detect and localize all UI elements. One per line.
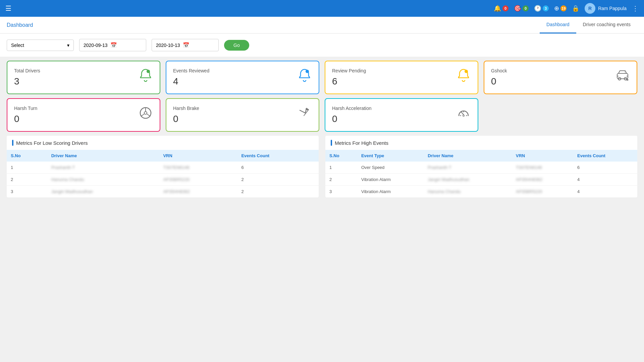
clock-btn[interactable]: 🕐 3 bbox=[534, 5, 549, 12]
alert-bell-btn[interactable]: 🔔 0 bbox=[494, 5, 508, 12]
metrics-low-container: Metrics For Low Scoring Drivers S.No Dri… bbox=[7, 136, 319, 197]
col-sno: S.No bbox=[7, 150, 47, 162]
col-vrn: VRN bbox=[159, 150, 237, 162]
cell-event: Vibration Alarm bbox=[357, 186, 424, 198]
page-title: Dashboard bbox=[7, 22, 33, 28]
metrics-low-title: Metrics For Low Scoring Drivers bbox=[7, 136, 319, 150]
title-bar bbox=[12, 140, 13, 146]
card-label: Review Pending bbox=[332, 68, 366, 73]
steering-icon bbox=[138, 106, 153, 123]
cell-sno: 3 bbox=[7, 186, 47, 198]
svg-point-7 bbox=[144, 112, 147, 114]
date-to-value: 2020-10-13 bbox=[156, 43, 180, 48]
select-label: Select bbox=[11, 43, 24, 48]
card-harsh-turn: Harsh Turn 0 bbox=[7, 98, 160, 132]
target-btn[interactable]: 🎯 0 bbox=[514, 5, 529, 12]
col-driver-name: Driver Name bbox=[424, 150, 512, 162]
cards-row-1: Total Drivers 3 Events Reviewed 4 bbox=[7, 61, 637, 94]
user-info: R Ram Pappula bbox=[585, 3, 627, 14]
card-content: Review Pending 6 bbox=[332, 68, 366, 87]
header: ☰ 🔔 0 🎯 0 🕐 3 ⊕ 19 🔒 R Ram Pappula ⋮ bbox=[0, 0, 644, 17]
plus-icon: ⊕ bbox=[554, 5, 559, 12]
card-value: 0 bbox=[173, 114, 199, 124]
tab-dashboard[interactable]: Dashboard bbox=[540, 17, 576, 34]
plus-count-badge: 19 bbox=[560, 5, 567, 11]
tab-driver-coaching[interactable]: Driver coaching events bbox=[576, 17, 637, 34]
cell-sno: 1 bbox=[7, 162, 47, 174]
cell-sno: 1 bbox=[325, 162, 357, 174]
card-events-reviewed: Events Reviewed 4 bbox=[166, 61, 319, 94]
menu-icon[interactable]: ☰ bbox=[5, 4, 11, 12]
cell-sno: 3 bbox=[325, 186, 357, 198]
card-value: 4 bbox=[173, 76, 209, 87]
title-bar bbox=[331, 140, 332, 146]
date-to-input[interactable]: 2020-10-13 📅 bbox=[152, 39, 219, 51]
card-label: Harsh Acceleration bbox=[332, 106, 372, 111]
table-row: 3 Jangiri Madhusudhan AP35HH8362 2 bbox=[7, 186, 319, 198]
table-row: 1 Over Speed Prashanth T TS07EN6148 6 bbox=[325, 162, 637, 174]
col-event-type: Event Type bbox=[357, 150, 424, 162]
calendar-from-icon[interactable]: 📅 bbox=[110, 42, 117, 48]
table-row: 2 Vibration Alarm Jangiri Madhusudhan AP… bbox=[325, 174, 637, 186]
card-label: Harsh Brake bbox=[173, 106, 199, 111]
svg-line-9 bbox=[141, 114, 144, 116]
date-from-value: 2020-09-13 bbox=[84, 43, 108, 48]
card-label: Events Reviewed bbox=[173, 68, 209, 73]
avatar: R bbox=[585, 3, 595, 14]
plus-btn[interactable]: ⊕ 19 bbox=[554, 5, 567, 12]
card-content: Harsh Brake 0 bbox=[173, 106, 199, 124]
card-value: 6 bbox=[332, 76, 366, 87]
metrics-high-table: S.No Event Type Driver Name VRN Events C… bbox=[325, 150, 637, 197]
more-icon[interactable]: ⋮ bbox=[632, 4, 639, 12]
bell-blue-icon bbox=[297, 68, 312, 86]
date-from-input[interactable]: 2020-09-13 📅 bbox=[79, 39, 146, 51]
table-row: 1 Prashanth T TS07EN6148 6 bbox=[7, 162, 319, 174]
card-label: Gshock bbox=[491, 68, 507, 73]
nav-tabs: Dashboard Driver coaching events bbox=[540, 17, 637, 34]
target-count-badge: 0 bbox=[523, 5, 529, 11]
cell-count: 4 bbox=[573, 174, 637, 186]
header-right: 🔔 0 🎯 0 🕐 3 ⊕ 19 🔒 R Ram Pappula ⋮ bbox=[494, 3, 639, 14]
col-driver-name: Driver Name bbox=[47, 150, 159, 162]
table-body: 1 Over Speed Prashanth T TS07EN6148 6 2 … bbox=[325, 162, 637, 197]
lock-icon[interactable]: 🔒 bbox=[572, 5, 579, 12]
table-head: S.No Event Type Driver Name VRN Events C… bbox=[325, 150, 637, 162]
svg-point-14 bbox=[463, 115, 464, 116]
table-row: 3 Vibration Alarm Hanuma Chandu AP35BR52… bbox=[325, 186, 637, 198]
card-review-pending: Review Pending 6 bbox=[325, 61, 478, 94]
car-icon bbox=[615, 68, 630, 86]
cell-count: 6 bbox=[237, 162, 319, 174]
card-label: Harsh Turn bbox=[14, 106, 37, 111]
svg-point-1 bbox=[306, 70, 309, 73]
cell-vrn: TS07EN6148 bbox=[159, 162, 237, 174]
cell-count: 4 bbox=[573, 186, 637, 198]
svg-point-0 bbox=[147, 70, 150, 73]
sub-header: Dashboard Dashboard Driver coaching even… bbox=[0, 17, 644, 34]
cell-vrn: TS07EN6148 bbox=[512, 162, 573, 174]
card-gshock: Gshock 0 bbox=[484, 61, 637, 94]
card-content: Total Drivers 3 bbox=[14, 68, 40, 87]
cards-section: Total Drivers 3 Events Reviewed 4 bbox=[0, 57, 644, 136]
cell-driver: Jangiri Madhusudhan bbox=[47, 186, 159, 198]
target-icon: 🎯 bbox=[514, 5, 521, 12]
speedometer-icon bbox=[456, 106, 471, 123]
clock-count-badge: 3 bbox=[543, 5, 549, 11]
svg-point-2 bbox=[465, 70, 468, 73]
cell-event: Vibration Alarm bbox=[357, 174, 424, 186]
svg-line-13 bbox=[461, 112, 464, 115]
col-events-count: Events Count bbox=[573, 150, 637, 162]
toolbar: Select ▾ 2020-09-13 📅 2020-10-13 📅 Go bbox=[0, 34, 644, 57]
card-content: Harsh Acceleration 0 bbox=[332, 106, 372, 124]
select-dropdown[interactable]: Select ▾ bbox=[7, 40, 74, 51]
cell-vrn: AP35BR5220 bbox=[512, 186, 573, 198]
card-value: 0 bbox=[332, 114, 372, 124]
cell-count: 6 bbox=[573, 162, 637, 174]
header-left: ☰ bbox=[5, 4, 11, 12]
calendar-to-icon[interactable]: 📅 bbox=[183, 42, 190, 48]
card-label: Total Drivers bbox=[14, 68, 40, 73]
card-content: Events Reviewed 4 bbox=[173, 68, 209, 87]
brake-icon bbox=[297, 106, 312, 123]
empty-card-slot bbox=[484, 98, 637, 132]
metrics-high-title: Metrics For High Events bbox=[325, 136, 637, 150]
go-button[interactable]: Go bbox=[224, 40, 249, 51]
